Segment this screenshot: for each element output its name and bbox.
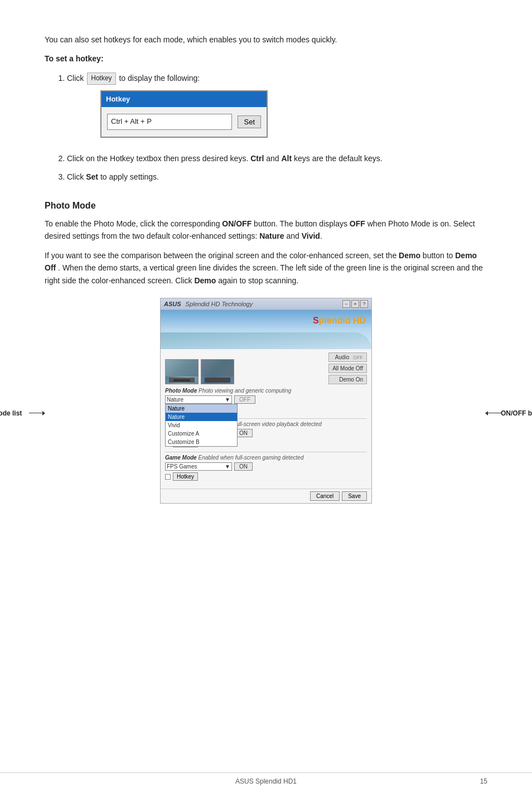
preview-image-2: [201, 359, 234, 384]
photo-mode-p2: If you want to see the comparison betwee…: [45, 249, 487, 287]
page-footer: ASUS Splendid HD1 15: [0, 772, 532, 785]
footer-text: ASUS Splendid HD1: [235, 777, 297, 785]
dropdown-item-customize-b[interactable]: Customize B: [166, 438, 237, 446]
dropdown-item-nature1[interactable]: Nature: [166, 404, 237, 413]
photo-mode-title: Photo Mode: [45, 201, 487, 211]
game-mode-select[interactable]: FPS Games ▼: [165, 462, 232, 471]
step-2: Click on the Hotkey textbox then press d…: [67, 152, 487, 165]
asus-logo: ASUS: [164, 301, 181, 307]
photo-mode-mode-label: Photo Mode: [165, 388, 197, 394]
photo-mode-controls: Photo Mode Photo viewing and generic com…: [165, 388, 367, 414]
hotkey-set-button[interactable]: Set: [238, 115, 261, 128]
onoff-button-arrow: [486, 413, 501, 413]
splendid-banner: Splendid HD: [161, 310, 371, 349]
game-mode-on-button[interactable]: ON: [234, 462, 253, 471]
app-title: Splendid HD Technology: [186, 301, 253, 307]
close-button[interactable]: ×: [351, 300, 359, 308]
dropdown-item-vivid[interactable]: Vivid: [166, 421, 237, 429]
game-mode-mode-label: Game Mode: [165, 455, 197, 461]
hotkey-heading: To set a hotkey:: [45, 52, 487, 65]
splendid-app: ASUS Splendid HD Technology − × ? Splend…: [160, 298, 372, 504]
preview-area: [165, 352, 234, 384]
hotkey-text-input[interactable]: Ctrl + Alt + P: [107, 114, 232, 130]
game-mode-hotkey-button[interactable]: Hotkey: [173, 472, 198, 481]
audio-button[interactable]: Audio OFF: [328, 352, 367, 362]
photo-mode-list-label: Photo Mode list: [0, 409, 22, 417]
intro-paragraph: You can also set hotkeys for each mode, …: [45, 33, 487, 46]
photo-mode-section: Photo Mode To enable the Photo Mode, cli…: [45, 201, 487, 504]
minimize-button[interactable]: −: [342, 300, 350, 308]
photo-mode-dropdown: Nature Nature Vivid Customize A Customiz…: [165, 404, 238, 447]
demo-on-button[interactable]: Demo On: [328, 375, 367, 384]
all-mode-off-button[interactable]: All Mode Off: [328, 364, 367, 373]
photo-mode-desc: Photo viewing and generic computing: [199, 388, 291, 394]
splendid-hd-logo: Splendid HD: [313, 316, 366, 326]
splendid-footer: Cancel Save: [161, 489, 371, 503]
dropdown-item-customize-a[interactable]: Customize A: [166, 429, 237, 438]
dropdown-item-nature2[interactable]: Nature: [166, 413, 237, 421]
onoff-button-label: ON/OFF button: [501, 409, 532, 417]
photo-mode-p1: To enable the Photo Mode, click the corr…: [45, 218, 487, 243]
cancel-button[interactable]: Cancel: [310, 491, 340, 501]
game-mode-controls: Game Mode Enabled when full-screen gamin…: [165, 455, 367, 481]
splendid-app-diagram: Photo Mode list ON/OFF button ASUS Splen…: [45, 298, 487, 504]
hotkey-dialog-title: Hotkey: [101, 91, 267, 108]
photo-mode-off-button[interactable]: OFF: [234, 395, 255, 404]
page-number: 15: [480, 777, 487, 785]
hotkey-inline-button: Hotkey: [87, 73, 115, 84]
step-1: Click Hotkey to display the following: H…: [67, 72, 487, 147]
splendid-titlebar: ASUS Splendid HD Technology − × ?: [161, 298, 371, 310]
preview-image-1: [165, 359, 199, 384]
game-mode-hotkey-checkbox[interactable]: [165, 474, 171, 480]
right-panel: Audio OFF All Mode Off Demo On: [328, 352, 367, 384]
hotkey-dialog: Hotkey Ctrl + Alt + P Set: [100, 90, 268, 138]
photo-mode-list-arrow: [29, 413, 45, 413]
save-button[interactable]: Save: [342, 491, 367, 501]
photo-mode-select[interactable]: Nature ▼ Nature Nature Vivid Customize A: [165, 395, 232, 404]
help-button[interactable]: ?: [360, 300, 368, 308]
game-mode-desc: Enabled when full-screen gaming detected: [198, 455, 303, 461]
step-3: Click Set to apply settings.: [67, 171, 487, 183]
